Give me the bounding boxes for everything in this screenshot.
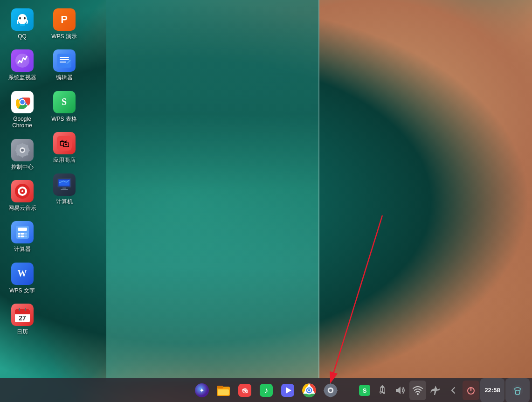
svg-text:🛍: 🛍	[59, 138, 69, 149]
music-label: 网易云音乐	[8, 205, 36, 211]
wpssheets-label: WPS 表格	[51, 116, 77, 122]
svg-text:🛍: 🛍	[242, 387, 248, 395]
svg-text:♪: ♪	[264, 386, 268, 395]
svg-rect-30	[18, 236, 21, 237]
taskbar-mediaplayer[interactable]	[278, 381, 297, 400]
svg-rect-37	[19, 308, 20, 311]
svg-point-0	[18, 14, 27, 24]
taskbar-filemanager[interactable]	[214, 381, 233, 400]
svg-point-71	[329, 388, 332, 391]
svg-rect-42	[60, 62, 66, 62]
svg-rect-28	[21, 233, 24, 235]
desktop-icon-computer[interactable]: 计算机	[44, 170, 84, 208]
calendar-icon: 27	[11, 304, 34, 326]
tray-clock[interactable]: 22:58	[480, 378, 504, 402]
calc-label: 计算器	[14, 246, 31, 252]
calc-icon	[11, 221, 34, 243]
tray-power[interactable]	[463, 381, 479, 400]
tray-wifi[interactable]	[409, 381, 426, 400]
svg-rect-16	[28, 149, 30, 151]
taskbar-appstore[interactable]: ⊕ 🛍	[235, 381, 255, 400]
tray-airplane[interactable]	[427, 381, 444, 400]
svg-rect-72	[330, 383, 331, 385]
sysmon-label: 系统监视器	[8, 74, 36, 81]
svg-rect-40	[60, 57, 69, 58]
appstore-icon: 🛍	[53, 132, 76, 154]
svg-text:✦: ✦	[199, 387, 205, 394]
taskbar: ✦ ⊕ 🛍 ♪	[0, 378, 532, 402]
chrome-label: Google Chrome	[5, 116, 40, 129]
svg-point-9	[20, 100, 25, 104]
desktop-icon-sysmon[interactable]: 系统监视器	[2, 46, 42, 84]
desktop-icon-chrome[interactable]: Google Chrome	[2, 87, 42, 133]
sysmon-icon	[11, 49, 34, 72]
desktop-icons-area: QQ 系统监视器	[0, 0, 93, 378]
desktop-icon-controlcenter[interactable]: 控制中心	[2, 135, 42, 174]
wpsslides-icon: P	[53, 8, 76, 31]
wpsslides-label: WPS 演示	[51, 33, 77, 40]
taskbar-chrome[interactable]	[299, 381, 319, 400]
qq-icon	[11, 8, 34, 31]
svg-text:27: 27	[19, 314, 26, 322]
desktop-icon-music[interactable]: 网易云音乐	[2, 176, 42, 215]
calendar-label: 日历	[17, 328, 28, 335]
taskbar-deepin-launcher[interactable]: ✦	[192, 381, 212, 400]
svg-rect-49	[61, 189, 68, 190]
editor-icon	[53, 49, 76, 72]
computer-label: 计算机	[56, 198, 73, 205]
desktop-icon-calendar[interactable]: 27 日历	[2, 300, 42, 339]
taskbar-music[interactable]: ♪	[256, 381, 276, 400]
svg-point-1	[19, 17, 21, 20]
svg-rect-13	[21, 143, 23, 145]
svg-rect-29	[24, 233, 27, 235]
tray-sound[interactable]	[392, 381, 408, 400]
editor-label: 编辑器	[56, 74, 73, 81]
svg-point-80	[417, 393, 419, 395]
desktop-icon-appstore[interactable]: 🛍 应用商店	[44, 128, 84, 167]
svg-rect-15	[15, 149, 17, 151]
clock-display: 22:58	[484, 387, 500, 393]
desktop-icon-wpsslides[interactable]: P WPS 演示	[44, 5, 84, 43]
tray-usb[interactable]	[374, 381, 391, 400]
svg-rect-75	[335, 389, 337, 391]
qq-label: QQ	[18, 33, 27, 40]
svg-point-68	[308, 389, 310, 391]
wpssheets-icon: S	[53, 91, 76, 113]
controlcenter-label: 控制中心	[11, 164, 34, 170]
svg-rect-32	[24, 236, 27, 237]
svg-rect-78	[380, 391, 381, 393]
desktop-icon-calc[interactable]: 计算器	[2, 217, 42, 256]
svg-rect-14	[21, 155, 23, 158]
chrome-icon	[11, 91, 34, 113]
svg-rect-4	[20, 24, 25, 26]
tray-trash[interactable]	[505, 378, 530, 402]
svg-rect-41	[60, 59, 69, 60]
desktop-icon-wpssheets[interactable]: S WPS 表格	[44, 87, 84, 126]
svg-rect-27	[18, 233, 21, 235]
svg-rect-38	[25, 308, 26, 311]
svg-rect-31	[21, 236, 24, 237]
svg-rect-55	[217, 386, 223, 388]
svg-rect-56	[218, 389, 229, 395]
music-icon	[11, 180, 34, 202]
taskbar-settings[interactable]	[321, 381, 340, 400]
desktop-icon-qq[interactable]: QQ	[2, 5, 42, 43]
controlcenter-icon	[11, 139, 34, 161]
system-tray: S	[354, 378, 532, 402]
taskbar-apps: ✦ ⊕ 🛍 ♪	[192, 381, 340, 400]
svg-point-12	[21, 149, 24, 152]
tray-wps[interactable]: S	[356, 381, 373, 400]
wpswriter-label: WPS 文字	[9, 287, 35, 294]
svg-rect-48	[62, 187, 66, 189]
desktop-icon-editor[interactable]: 编辑器	[44, 46, 84, 84]
svg-rect-26	[18, 228, 27, 231]
appstore-label: 应用商店	[53, 157, 76, 163]
svg-rect-73	[330, 395, 331, 397]
svg-rect-74	[323, 389, 325, 391]
tray-back[interactable]	[445, 381, 462, 400]
desktop-icon-wpswriter[interactable]: W WPS 文字	[2, 259, 42, 298]
computer-icon	[53, 173, 76, 196]
svg-text:S: S	[363, 387, 367, 394]
svg-point-2	[24, 17, 26, 20]
svg-rect-79	[383, 392, 385, 394]
